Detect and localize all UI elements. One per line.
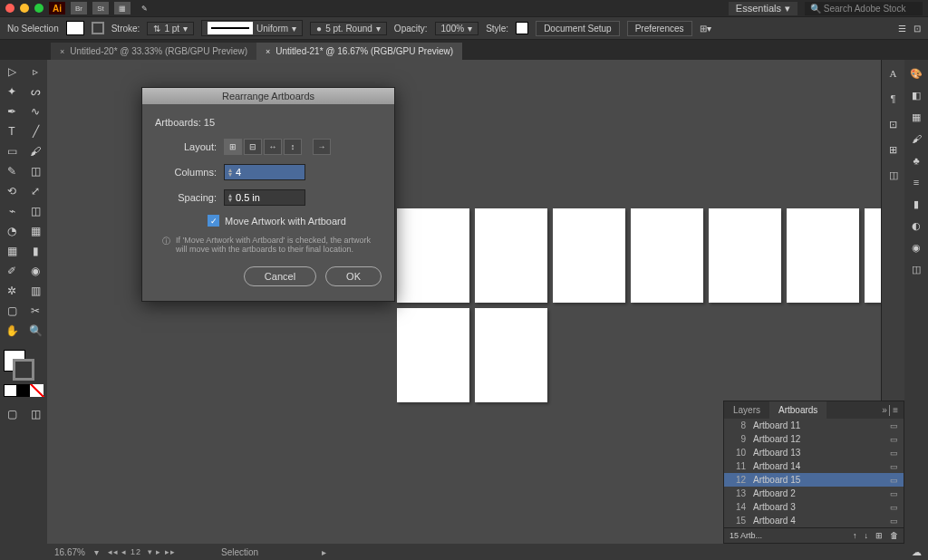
color-panel-icon[interactable]: 🎨 — [908, 65, 924, 82]
type-tool-icon[interactable]: T — [0, 121, 24, 141]
opacity-input[interactable]: 100% ▾ — [435, 22, 479, 35]
isolate-icon[interactable]: ⊡ — [914, 24, 921, 34]
slice-tool-icon[interactable]: ✂ — [24, 301, 47, 321]
chevron-down-icon[interactable]: ▾ — [94, 547, 99, 557]
eyedropper-tool-icon[interactable]: ✐ — [0, 261, 24, 281]
artboard-options-icon[interactable]: ▭ — [890, 462, 898, 471]
color-guide-icon[interactable]: ◧ — [908, 87, 924, 103]
artboard-options-icon[interactable]: ▭ — [890, 421, 898, 430]
delete-artboard-icon[interactable]: 🗑 — [890, 531, 898, 540]
move-up-icon[interactable]: ↑ — [853, 531, 857, 540]
hand-tool-icon[interactable]: ✋ — [0, 321, 24, 341]
brush-definition[interactable]: ● 5 pt. Round ▾ — [310, 22, 387, 35]
artboard-list-item[interactable]: 12Artboard 15▭ — [724, 473, 904, 487]
zoom-tool-icon[interactable]: 🔍 — [24, 321, 47, 341]
status-menu-icon[interactable]: ▸ — [322, 547, 326, 557]
artboard[interactable] — [397, 308, 469, 402]
color-mode-icon[interactable] — [4, 384, 17, 397]
artboard-options-icon[interactable]: ▭ — [890, 435, 898, 444]
symbols-panel-icon[interactable]: ♣ — [908, 152, 924, 169]
stepper-icon[interactable]: ▴▾ — [228, 193, 232, 202]
artboard-nav[interactable]: ◂◂ ◂ 12 ▾ ▸ ▸▸ — [108, 547, 176, 556]
artboard-options-icon[interactable]: ▭ — [890, 449, 898, 458]
artboard-list-item[interactable]: 8Artboard 11▭ — [724, 419, 904, 432]
minimize-window-icon[interactable] — [20, 4, 29, 13]
graph-tool-icon[interactable]: ▥ — [24, 281, 47, 301]
columns-input[interactable]: ▴▾ 4 — [224, 164, 305, 180]
panel-menu-icon[interactable]: »│≡ — [876, 401, 904, 419]
stepper-icon[interactable]: ▴▾ — [228, 168, 232, 177]
character-panel-icon[interactable]: A — [885, 65, 902, 82]
gradient-tool-icon[interactable]: ▮ — [24, 241, 47, 261]
search-input[interactable]: 🔍 Search Adobe Stock — [805, 2, 923, 15]
layout-row-button[interactable]: ↔ — [264, 139, 282, 155]
curvature-tool-icon[interactable]: ∿ — [24, 101, 47, 121]
ok-button[interactable]: OK — [325, 266, 382, 286]
none-mode-icon[interactable] — [30, 384, 44, 397]
move-artwork-checkbox[interactable]: ✓ — [208, 215, 219, 227]
direct-selection-tool-icon[interactable]: ▹ — [24, 62, 47, 82]
artboard-list-item[interactable]: 10Artboard 13▭ — [724, 446, 904, 459]
paintbrush-tool-icon[interactable]: 🖌 — [24, 141, 47, 161]
artboard-options-icon[interactable]: ▭ — [890, 489, 898, 498]
swatches-panel-icon[interactable]: ▦ — [908, 109, 924, 125]
close-tab-icon[interactable]: × — [266, 47, 270, 56]
stroke-swatch[interactable] — [92, 22, 104, 34]
artboard[interactable] — [475, 208, 547, 303]
gradient-panel-icon[interactable]: ▮ — [908, 196, 924, 212]
stock-icon[interactable]: St — [92, 2, 109, 14]
appearance-panel-icon[interactable]: ◉ — [908, 239, 924, 256]
artboard[interactable] — [787, 208, 859, 303]
fill-stroke-controls[interactable] — [0, 346, 47, 401]
artboard[interactable] — [709, 208, 781, 303]
dialog-title[interactable]: Rearrange Artboards — [142, 88, 394, 104]
artboard[interactable] — [553, 208, 625, 303]
layout-direction-button[interactable]: → — [313, 139, 331, 155]
magic-wand-tool-icon[interactable]: ✦ — [0, 82, 24, 101]
artboard-list-item[interactable]: 14Artboard 3▭ — [724, 500, 904, 514]
artboards-tab[interactable]: Artboards — [769, 401, 826, 419]
move-down-icon[interactable]: ↓ — [865, 531, 869, 540]
shaper-tool-icon[interactable]: ✎ — [0, 161, 24, 181]
align-panel-icon[interactable]: ⊡ — [885, 116, 902, 132]
align-icon[interactable]: ⊞▾ — [700, 24, 711, 34]
artboard-options-icon[interactable]: ▭ — [890, 517, 898, 526]
free-transform-tool-icon[interactable]: ◫ — [24, 201, 47, 221]
stroke-panel-icon[interactable]: ≡ — [908, 174, 924, 190]
workspace-switcher[interactable]: Essentials ▾ — [729, 2, 798, 15]
libraries-icon[interactable]: ☁ — [908, 544, 924, 560]
layers-tab[interactable]: Layers — [724, 401, 769, 419]
pathfinder-icon[interactable]: ◫ — [885, 167, 902, 183]
artboard-options-icon[interactable]: ▭ — [890, 503, 898, 512]
pen-tool-icon[interactable]: ✒ — [0, 101, 24, 121]
artboard[interactable] — [397, 208, 469, 303]
artboard-list-item[interactable]: 13Artboard 2▭ — [724, 487, 904, 500]
transform-icon[interactable]: ☰ — [898, 24, 906, 34]
screen-mode-icon[interactable]: ▢ — [0, 404, 24, 424]
shape-builder-tool-icon[interactable]: ◔ — [0, 221, 24, 241]
eraser-tool-icon[interactable]: ◫ — [24, 161, 47, 181]
scale-tool-icon[interactable]: ⤢ — [24, 181, 47, 201]
paragraph-panel-icon[interactable]: ¶ — [885, 91, 902, 107]
close-window-icon[interactable] — [5, 4, 14, 13]
line-tool-icon[interactable]: ╱ — [24, 121, 47, 141]
document-setup-button[interactable]: Document Setup — [536, 21, 620, 36]
gpu-icon[interactable]: ✎ — [136, 2, 152, 14]
cancel-button[interactable]: Cancel — [244, 266, 316, 286]
artboard[interactable] — [475, 308, 547, 402]
selection-tool-icon[interactable]: ▷ — [0, 62, 24, 82]
close-tab-icon[interactable]: × — [60, 47, 64, 56]
artboard[interactable] — [631, 208, 703, 303]
artboard-tool-icon[interactable]: ▢ — [0, 301, 24, 321]
symbol-sprayer-tool-icon[interactable]: ✲ — [0, 281, 24, 301]
graphic-styles-icon[interactable]: ◫ — [908, 261, 924, 277]
bridge-icon[interactable]: Br — [71, 2, 87, 14]
perspective-tool-icon[interactable]: ▦ — [24, 221, 47, 241]
gradient-mode-icon[interactable] — [17, 384, 31, 397]
artboard[interactable] — [865, 208, 881, 303]
spacing-input[interactable]: ▴▾ 0.5 in — [224, 189, 305, 206]
new-artboard-icon[interactable]: ⊞ — [875, 531, 883, 540]
rectangle-tool-icon[interactable]: ▭ — [0, 141, 24, 161]
layout-grid-col-button[interactable]: ⊟ — [244, 139, 262, 155]
transparency-panel-icon[interactable]: ◐ — [908, 217, 924, 234]
